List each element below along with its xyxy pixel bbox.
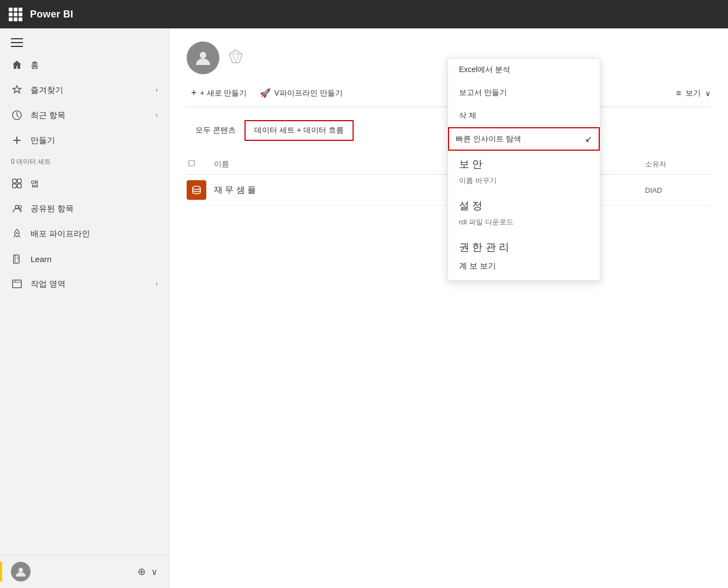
view-chevron-icon: ∨	[705, 89, 711, 98]
sidebar-bottom-icons: ⊕ ∨	[138, 566, 158, 578]
apps-icon	[11, 177, 23, 189]
row-name: 재 무 샘 플	[214, 185, 478, 196]
sidebar-item-deployment-label: 배포 파이프라인	[31, 229, 158, 239]
svg-rect-8	[13, 280, 21, 288]
sidebar-dataset-count: 0 데이터 세트	[0, 153, 169, 171]
hamburger-menu[interactable]	[0, 28, 169, 52]
chevron-down-icon[interactable]: ∨	[151, 567, 158, 577]
svg-point-10	[200, 52, 206, 58]
dropdown-item-quick-insights[interactable]: 빠른 인사이트 탐색 ↙	[448, 127, 600, 151]
sidebar-bottom: ⊕ ∨	[0, 555, 169, 588]
sidebar: 홈 즐겨찾기 › 최근 항	[0, 28, 169, 588]
sidebar-nav: 홈 즐겨찾기 › 최근 항	[0, 52, 169, 555]
topbar: Power BI	[0, 0, 728, 28]
home-icon	[11, 59, 23, 71]
sidebar-item-home[interactable]: 홈	[0, 52, 169, 78]
sidebar-item-home-label: 홈	[31, 60, 158, 70]
sidebar-item-create-label: 만들기	[31, 135, 158, 146]
header-owner: 소유자	[645, 159, 711, 169]
sidebar-item-create[interactable]: 만들기	[0, 128, 169, 153]
favorites-chevron-icon: ›	[156, 86, 158, 94]
dropdown-item-create-report[interactable]: 보고서 만들기	[448, 81, 600, 104]
dropdown-item-rename[interactable]: 이름 바꾸기	[448, 174, 600, 192]
book-icon	[11, 253, 23, 265]
dropdown-item-permissions[interactable]: 권 한 관 리	[448, 234, 600, 257]
apps-grid-icon[interactable]	[9, 8, 22, 21]
clock-icon	[11, 109, 23, 121]
shared-icon	[11, 203, 23, 215]
sidebar-item-shared-label: 공유된 항목	[31, 204, 158, 214]
svg-point-5	[15, 205, 19, 209]
user-avatar-small[interactable]	[11, 562, 31, 581]
sidebar-item-workspace[interactable]: 작업 영역 ›	[0, 271, 169, 296]
rocket-icon	[11, 228, 23, 240]
view-label: 보기	[685, 88, 701, 98]
svg-rect-1	[13, 179, 16, 183]
svg-point-7	[16, 233, 18, 234]
tab-datasets[interactable]: 데이터 세트 + 데이터 흐름	[244, 120, 354, 141]
dataset-count-label: 0 데이터 세트	[11, 157, 51, 167]
main-content: + + 새로 만들기 🚀 V파이프라인 만들기 ≡ 보기 ∨ 모두 콘텐츠 데이…	[169, 28, 728, 588]
sidebar-item-recent-label: 최근 항목	[31, 110, 148, 121]
sidebar-item-learn-label: Learn	[31, 254, 158, 264]
sidebar-item-workspace-label: 작업 영역	[31, 279, 148, 289]
sidebar-item-favorites-label: 즐겨찾기	[31, 85, 148, 96]
workspace-icon	[11, 278, 23, 290]
dropdown-item-download-rdl[interactable]: rdl 파일 다운로드	[448, 215, 600, 234]
sidebar-item-shared[interactable]: 공유된 항목	[0, 196, 169, 221]
pipeline-button[interactable]: 🚀 V파이프라인 만들기	[260, 88, 342, 98]
svg-marker-11	[229, 50, 242, 63]
svg-rect-4	[17, 184, 21, 188]
row-name-text: 재 무 샘 플	[214, 185, 256, 194]
workspace-chevron-icon: ›	[156, 280, 158, 288]
svg-point-9	[19, 568, 23, 572]
globe-icon[interactable]: ⊕	[138, 566, 146, 578]
list-icon: ≡	[676, 88, 681, 98]
quick-insights-label: 빠른 인사이트 탐색	[456, 134, 521, 144]
active-indicator	[0, 562, 2, 581]
sidebar-item-favorites[interactable]: 즐겨찾기 ›	[0, 78, 169, 103]
tab-all[interactable]: 모두 콘텐츠	[187, 120, 244, 141]
sidebar-item-learn[interactable]: Learn	[0, 246, 169, 271]
dataset-icon	[187, 180, 206, 200]
star-icon	[11, 84, 23, 96]
dropdown-item-analyze-excel[interactable]: Excel에서 분석	[448, 58, 600, 81]
svg-rect-3	[13, 184, 16, 188]
sidebar-item-apps-label: 앱	[31, 179, 158, 189]
dropdown-item-settings[interactable]: 설 정	[448, 192, 600, 215]
app-title: Power BI	[30, 9, 73, 20]
svg-point-14	[193, 186, 200, 189]
sidebar-item-apps[interactable]: 앱	[0, 171, 169, 196]
svg-point-6	[19, 206, 22, 209]
sidebar-item-deployment[interactable]: 배포 파이프라인	[0, 221, 169, 246]
svg-rect-2	[17, 179, 21, 183]
rocket-small-icon: 🚀	[260, 88, 271, 98]
create-plus-icon	[11, 134, 23, 146]
user-avatar-large	[187, 41, 219, 74]
row-owner: DIAD	[645, 186, 711, 194]
sidebar-item-recent[interactable]: 최근 항목 ›	[0, 103, 169, 128]
diamond-icon	[228, 49, 243, 67]
header-icon-col	[187, 158, 214, 170]
new-button[interactable]: + + 새로 만들기	[187, 85, 251, 101]
plus-icon: +	[191, 87, 197, 99]
dropdown-menu: Excel에서 분석 보고서 만들기 삭 제 빠른 인사이트 탐색 ↙ 보 안 …	[447, 58, 600, 281]
pipeline-button-label: V파이프라인 만들기	[274, 88, 342, 98]
row-dataset-icon-col	[187, 180, 214, 200]
new-button-label: + 새로 만들기	[200, 88, 247, 98]
dropdown-item-security[interactable]: 보 안	[448, 151, 600, 174]
recent-chevron-icon: ›	[156, 111, 158, 119]
view-button[interactable]: ≡ 보기 ∨	[676, 88, 711, 98]
dropdown-item-delete[interactable]: 삭 제	[448, 104, 600, 127]
cursor-icon: ↙	[585, 134, 592, 144]
dropdown-item-lineage[interactable]: 계 보 보기	[448, 257, 600, 280]
